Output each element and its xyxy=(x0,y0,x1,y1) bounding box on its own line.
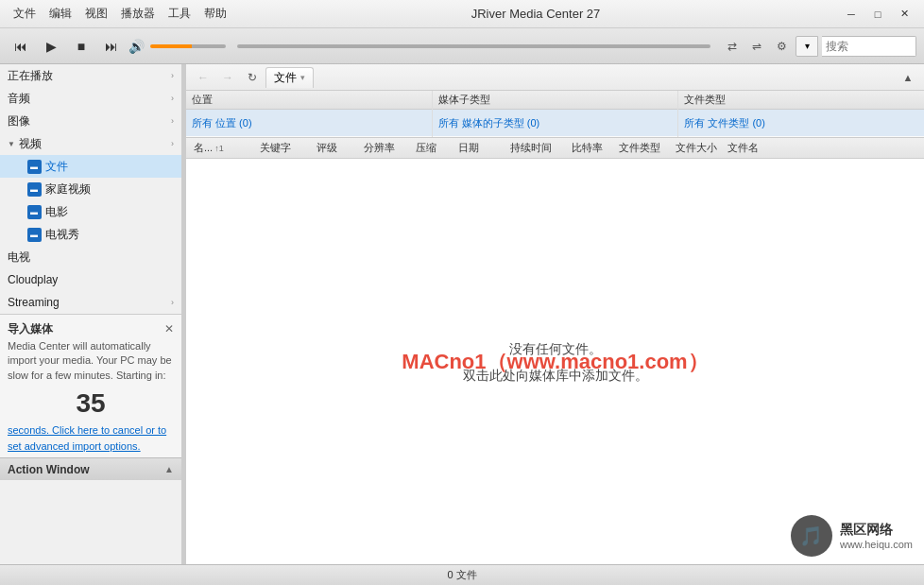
logo-icon: 🎵 xyxy=(791,515,832,557)
menu-bar: 文件 编辑 视图 播放器 工具 帮助 xyxy=(8,4,232,24)
sidebar: 正在播放 › 音频 › 图像 › ▼ 视频 › ▬ 文件 ▬ 家庭视频 ▬ 电影 xyxy=(0,64,182,564)
action-window-chevron-icon: ▲ xyxy=(164,464,174,474)
shuffle-button[interactable]: ⇄ xyxy=(722,36,743,57)
next-button[interactable]: ⏭ xyxy=(98,34,125,59)
sidebar-item-playing[interactable]: 正在播放 › xyxy=(0,64,181,87)
prev-button[interactable]: ⏮ xyxy=(8,34,34,59)
filter-col-file-type: 文件类型 所有 文件类型 (0) xyxy=(678,91,924,137)
sidebar-subitem-tv-shows[interactable]: ▬ 电视秀 xyxy=(0,223,181,246)
col-header-bitrate[interactable]: 比特率 xyxy=(568,141,615,155)
col-header-file-type[interactable]: 文件类型 xyxy=(615,141,672,155)
progress-bar[interactable] xyxy=(237,44,710,48)
search-area: ▾ xyxy=(796,36,916,57)
col-header-rating[interactable]: 评级 xyxy=(313,141,360,155)
files-tab-label: 文件 xyxy=(274,70,297,86)
files-tab[interactable]: 文件 ▾ xyxy=(265,67,314,88)
main-layout: 正在播放 › 音频 › 图像 › ▼ 视频 › ▬ 文件 ▬ 家庭视频 ▬ 电影 xyxy=(0,64,924,564)
import-panel-header: 导入媒体 ✕ xyxy=(8,318,174,339)
import-countdown: 35 xyxy=(8,388,174,419)
import-panel-title: 导入媒体 xyxy=(8,321,53,337)
sidebar-item-cloudplay[interactable]: Cloudplay xyxy=(0,268,181,291)
menu-view[interactable]: 视图 xyxy=(79,4,113,24)
filter-header-media-subtype: 媒体子类型 xyxy=(433,91,678,110)
menu-player[interactable]: 播放器 xyxy=(115,4,161,24)
chevron-right-icon: › xyxy=(171,94,174,103)
forward-button[interactable]: → xyxy=(216,67,239,88)
logo-title: 黑区网络 xyxy=(840,522,913,539)
sidebar-item-image[interactable]: 图像 › xyxy=(0,110,181,132)
content-area: ← → ↻ 文件 ▾ ▲ 位置 所有 位置 (0) 媒体子类型 所有 媒体的子类… xyxy=(186,64,924,564)
stop-button[interactable]: ■ xyxy=(68,34,94,59)
content-nav: ← → ↻ 文件 ▾ ▲ xyxy=(186,64,924,91)
chevron-right-icon: › xyxy=(171,71,174,80)
col-header-file-size[interactable]: 文件大小 xyxy=(672,141,724,155)
movies-icon: ▬ xyxy=(26,204,42,219)
filter-value-file-type[interactable]: 所有 文件类型 (0) xyxy=(678,110,924,136)
files-tab-arrow-icon: ▾ xyxy=(300,73,305,82)
filter-col-media-subtype: 媒体子类型 所有 媒体的子类型 (0) xyxy=(433,91,679,137)
sidebar-home-video-label: 家庭视频 xyxy=(45,181,91,198)
repeat-button[interactable]: ⇌ xyxy=(746,36,767,57)
close-button[interactable]: ✕ xyxy=(892,5,916,24)
play-button[interactable]: ▶ xyxy=(38,34,64,59)
sidebar-subitem-movies[interactable]: ▬ 电影 xyxy=(0,200,181,223)
refresh-button[interactable]: ↻ xyxy=(241,67,264,88)
import-cancel-link[interactable]: seconds. Click here to cancel or to set … xyxy=(8,424,166,452)
sidebar-movies-label: 电影 xyxy=(45,204,68,220)
col-header-compression[interactable]: 压缩 xyxy=(412,141,454,155)
import-description: Media Center will automatically import y… xyxy=(8,339,174,383)
empty-line2: 双击此处向媒体库中添加文件。 xyxy=(463,362,648,388)
minimize-button[interactable]: ─ xyxy=(839,5,864,24)
filter-value-media-subtype[interactable]: 所有 媒体的子类型 (0) xyxy=(433,110,678,136)
nav-expand-button[interactable]: ▲ xyxy=(898,67,918,88)
logo-url: www.heiqu.com xyxy=(840,539,913,550)
menu-file[interactable]: 文件 xyxy=(8,4,42,24)
sidebar-audio-label: 音频 xyxy=(8,91,30,107)
chevron-right-icon: › xyxy=(171,116,174,126)
sidebar-video-label: 视频 xyxy=(19,136,42,152)
col-header-name[interactable]: 名... ↑1 xyxy=(190,141,256,155)
import-close-button[interactable]: ✕ xyxy=(164,322,174,336)
progress-area xyxy=(237,44,710,48)
search-input[interactable] xyxy=(822,36,916,57)
sidebar-item-streaming[interactable]: Streaming › xyxy=(0,291,181,314)
files-icon: ▬ xyxy=(26,159,42,174)
status-text: 0 文件 xyxy=(447,568,476,582)
empty-text: 没有任何文件。 双击此处向媒体库中添加文件。 xyxy=(463,336,648,388)
sidebar-subitem-home-video[interactable]: ▬ 家庭视频 xyxy=(0,178,181,200)
col-header-resolution[interactable]: 分辨率 xyxy=(360,141,412,155)
sidebar-tv-label: 电视 xyxy=(8,249,30,266)
filter-value-location[interactable]: 所有 位置 (0) xyxy=(186,110,432,136)
col-header-duration[interactable]: 持续时间 xyxy=(506,141,568,155)
col-header-date[interactable]: 日期 xyxy=(454,141,506,155)
sidebar-item-video[interactable]: ▼ 视频 › xyxy=(0,132,181,155)
menu-tools[interactable]: 工具 xyxy=(163,4,197,24)
action-window-bar[interactable]: Action Window ▲ xyxy=(0,457,181,480)
content-body[interactable]: MACno1（www.macno1.com） 没有任何文件。 双击此处向媒体库中… xyxy=(186,159,924,564)
filter-row: 位置 所有 位置 (0) 媒体子类型 所有 媒体的子类型 (0) 文件类型 所有… xyxy=(186,91,924,138)
window-title: JRiver Media Center 27 xyxy=(471,7,601,21)
col-header-keyword[interactable]: 关键字 xyxy=(256,141,313,155)
logo-area: 🎵 黑区网络 www.heiqu.com xyxy=(791,515,913,557)
tv-shows-icon: ▬ xyxy=(26,227,42,242)
volume-slider[interactable] xyxy=(150,44,226,48)
search-dropdown-button[interactable]: ▾ xyxy=(796,36,818,57)
sidebar-item-tv[interactable]: 电视 xyxy=(0,246,181,268)
sort-arrow-icon: ↑1 xyxy=(214,144,224,153)
sidebar-files-label: 文件 xyxy=(45,159,68,175)
back-button[interactable]: ← xyxy=(192,67,214,88)
col-header-filename[interactable]: 文件名 xyxy=(724,141,776,155)
empty-line1: 没有任何文件。 xyxy=(463,336,648,362)
filter-col-location: 位置 所有 位置 (0) xyxy=(186,91,433,137)
sidebar-cloudplay-label: Cloudplay xyxy=(8,273,58,286)
expand-arrow-icon: ▼ xyxy=(8,140,15,148)
sidebar-image-label: 图像 xyxy=(8,113,30,129)
settings-button[interactable]: ⚙ xyxy=(771,36,792,57)
maximize-button[interactable]: □ xyxy=(865,5,890,24)
menu-help[interactable]: 帮助 xyxy=(198,4,232,24)
volume-icon: 🔊 xyxy=(128,39,145,54)
menu-edit[interactable]: 编辑 xyxy=(43,4,77,24)
action-window-label: Action Window xyxy=(8,463,90,476)
sidebar-item-audio[interactable]: 音频 › xyxy=(0,87,181,110)
sidebar-subitem-files[interactable]: ▬ 文件 xyxy=(0,155,181,178)
